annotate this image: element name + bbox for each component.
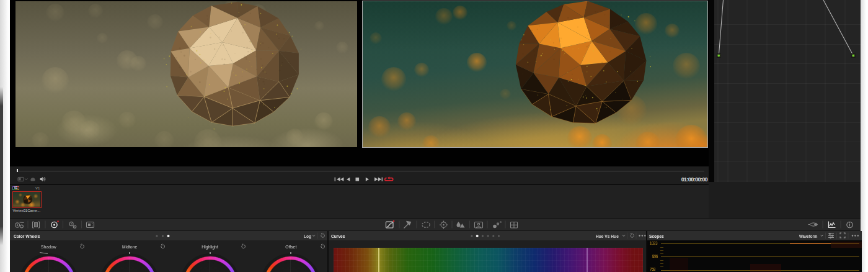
svg-text:01:00:00:00: 01:00:00:00 <box>681 176 708 183</box>
